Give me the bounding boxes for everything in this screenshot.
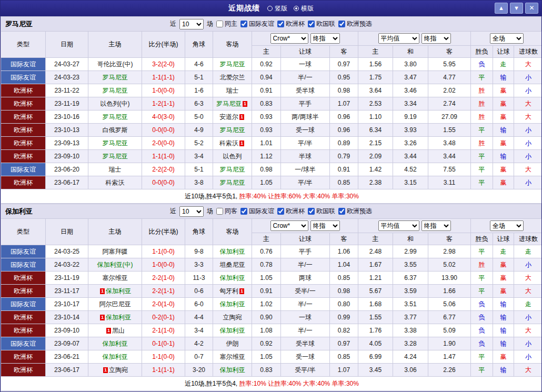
asian-final-select[interactable]: 终指 (310, 33, 340, 44)
competition-checkbox-3-label[interactable]: 欧洲预选 (338, 19, 372, 28)
asian-away-odds: 0.96 (330, 124, 358, 137)
home-team-cell: 罗马尼亚 (88, 71, 142, 84)
competition-badge: 欧洲杯 (1, 124, 46, 137)
radio-horizontal-layout[interactable]: 横版 (294, 4, 314, 13)
competition-checkbox-1[interactable] (277, 21, 284, 27)
euro-final-select[interactable]: 终指 (421, 33, 451, 44)
euro-away-odds: 1.55 (428, 124, 471, 137)
bookmaker-select[interactable]: Crow* (270, 220, 308, 231)
away-team-name: 保加利亚 (220, 300, 245, 308)
games-label: 场 (207, 207, 213, 216)
match-date: 23-06-17 (46, 176, 88, 189)
asian-handicap: 受半球 (281, 337, 330, 350)
asian-home-odds: 1.01 (252, 137, 281, 150)
near-label: 近 (170, 19, 176, 28)
home-team-cell: 塞尔维亚 (88, 272, 142, 285)
goals-result-cell: 大 (514, 272, 542, 285)
radio-label: 横版 (301, 4, 314, 13)
competition-checkbox-2[interactable] (308, 21, 315, 27)
competition-checkbox-3-label[interactable]: 欧洲预选 (338, 207, 372, 216)
match-row: 国际友谊24-03-23罗马尼亚1-1(1-1)5-1北爱尔兰0.94半/一0.… (1, 71, 542, 84)
same-venue-checkbox-label[interactable]: 同客 (216, 207, 237, 216)
asian-away-odds: 1.06 (330, 245, 358, 258)
red-card-badge: 1 (239, 140, 244, 146)
same-venue-checkbox[interactable] (216, 21, 223, 27)
asian-away-odds: 1.07 (330, 364, 358, 377)
euro-home-odds: 1.21 (358, 272, 393, 285)
competition-checkbox-0-label[interactable]: 国际友谊 (240, 207, 274, 216)
asian-home-odds: 0.78 (252, 258, 281, 272)
home-team-name: 罗马尼亚 (103, 139, 128, 147)
competition-checkbox-3[interactable] (338, 21, 345, 27)
average-select[interactable]: 平均值 (378, 220, 419, 231)
euro-draw-odds: 3.55 (393, 258, 428, 272)
competition-badge: 欧洲杯 (1, 350, 46, 364)
euro-home-odds: 1.55 (358, 311, 393, 324)
competition-checkbox-1[interactable] (277, 208, 284, 215)
asian-final-select[interactable]: 终指 (310, 220, 340, 231)
euro-draw-odds: 4.52 (393, 163, 428, 176)
scope-select[interactable]: 全场 (490, 220, 524, 231)
competition-badge: 国际友谊 (1, 337, 46, 350)
result-cell: 平 (471, 176, 493, 189)
home-team-name: 罗马尼亚 (103, 87, 128, 94)
average-select[interactable]: 平均值 (378, 33, 419, 44)
home-team-name: 立陶宛 (109, 366, 128, 374)
home-team-name: 阿尔巴尼亚 (99, 300, 131, 308)
col-header: 进球数 (514, 233, 542, 245)
competition-checkbox-3[interactable] (338, 208, 345, 215)
col-header: 胜负 (471, 233, 493, 245)
col-header: 比分(半场) (142, 32, 185, 58)
result-cell: 平 (471, 364, 493, 377)
red-card-badge: 1 (243, 101, 247, 107)
competition-checkbox-0[interactable] (240, 208, 247, 215)
competition-checkbox-2-label[interactable]: 欧国联 (308, 207, 335, 216)
competition-checkbox-2[interactable] (308, 208, 315, 215)
close-icon[interactable]: ✕ (525, 3, 538, 14)
away-team-cell: 伊朗 (213, 337, 252, 350)
score-cell: 2-1(1-0) (142, 324, 185, 337)
titlebar-center: 近期战绩 竖版横版 (228, 4, 314, 13)
scope-select[interactable]: 全场 (490, 33, 524, 44)
competition-checkbox-2-label[interactable]: 欧国联 (308, 19, 335, 28)
away-team-name: 安道尔 (219, 113, 238, 120)
scroll-up-button[interactable]: ▲ (495, 3, 508, 14)
match-count-select[interactable]: 10 (179, 19, 204, 29)
euro-final-select[interactable]: 终指 (421, 220, 451, 231)
competition-checkbox-0-text: 国际友谊 (249, 207, 274, 216)
same-venue-checkbox[interactable] (216, 208, 223, 215)
match-date: 24-03-22 (46, 258, 88, 272)
home-team-name: 保加利亚 (103, 340, 128, 347)
competition-checkbox-1-label[interactable]: 欧洲杯 (277, 207, 305, 216)
goals-result-cell: 小 (514, 124, 542, 137)
competition-checkbox-0-label[interactable]: 国际友谊 (240, 19, 274, 28)
match-row: 国际友谊23-09-07保加利亚0-1(0-1)4-2伊朗0.92受半球0.97… (1, 337, 542, 350)
same-venue-checkbox-label[interactable]: 同主 (216, 19, 237, 28)
away-team-cell: 罗马尼亚 (213, 176, 252, 189)
home-team-cell: 1保加利亚 (88, 285, 142, 298)
home-team-name: 以色列(中) (101, 100, 130, 107)
euro-away-odds: 3.11 (428, 176, 471, 189)
match-row: 欧洲杯23-11-19塞尔维亚2-2(1-0)11-3保加利亚1.05两球0.8… (1, 272, 542, 285)
corner-cell: 3-3 (185, 258, 213, 272)
radio-vertical-layout[interactable]: 竖版 (267, 4, 287, 13)
euro-home-odds: 2.09 (358, 150, 393, 163)
euro-home-odds: 3.45 (358, 364, 393, 377)
competition-checkbox-0[interactable] (240, 21, 247, 27)
scroll-down-button[interactable]: ▼ (510, 3, 523, 14)
match-count-select[interactable]: 10 (179, 206, 204, 217)
away-team-cell: 罗马尼亚 (213, 58, 252, 71)
competition-checkbox-1-label[interactable]: 欧洲杯 (277, 19, 305, 28)
corner-cell: 3-4 (185, 150, 213, 163)
euro-away-odds: 5.06 (428, 298, 471, 311)
corner-cell: 0-7 (185, 350, 213, 364)
asian-handicap: 一球 (281, 311, 330, 324)
asian-away-odds: 0.85 (330, 176, 358, 189)
score-cell: 0-0(0-0) (142, 124, 185, 137)
euro-away-odds: 1.66 (428, 285, 471, 298)
home-team-cell: 1立陶宛 (88, 364, 142, 377)
match-row: 国际友谊23-06-20瑞士2-2(2-0)5-1罗马尼亚0.98一/球半0.9… (1, 163, 542, 176)
handicap-result-cell: 赢 (493, 176, 514, 189)
asian-home-odds: 0.93 (252, 124, 281, 137)
bookmaker-select[interactable]: Crow* (270, 33, 308, 44)
